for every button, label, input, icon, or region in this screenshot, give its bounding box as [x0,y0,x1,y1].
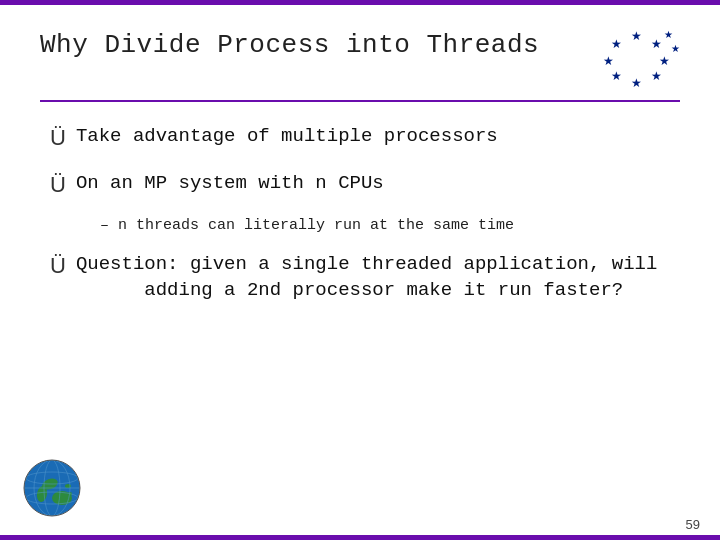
page-number: 59 [686,517,700,532]
bullet-item-2: Ü On an MP system with n CPUs [50,171,680,200]
question-item: Ü Question: given a single threaded appl… [50,252,680,303]
bullet-item-1: Ü Take advantage of multiple processors [50,124,680,153]
svg-text:★: ★ [611,69,622,83]
svg-text:★: ★ [671,43,680,54]
bullet-arrow-2: Ü [50,171,66,200]
svg-text:★: ★ [651,37,662,51]
sub-bullet-text: – n threads can literally run at the sam… [100,217,514,234]
bullet-arrow-1: Ü [50,124,66,153]
content-area: Ü Take advantage of multiple processors … [40,124,680,303]
bullet-text-1: Take advantage of multiple processors [76,124,498,150]
svg-text:★: ★ [659,54,670,68]
globe-icon [20,456,85,521]
sub-bullet-item: – n threads can literally run at the sam… [100,217,680,234]
question-text: Question: given a single threaded applic… [76,252,658,303]
bullet-text-2: On an MP system with n CPUs [76,171,384,197]
slide-title: Why Divide Process into Threads [40,30,539,60]
eu-stars-logo: ★ ★ ★ ★ ★ ★ ★ ★ ★ ★ [600,30,680,90]
globe-container [20,456,85,525]
svg-text:★: ★ [603,54,614,68]
slide-header: Why Divide Process into Threads ★ ★ ★ ★ … [40,30,680,102]
svg-text:★: ★ [631,30,642,43]
svg-text:★: ★ [664,30,673,40]
slide: Why Divide Process into Threads ★ ★ ★ ★ … [0,0,720,540]
bullet-arrow-3: Ü [50,252,66,281]
svg-text:★: ★ [611,37,622,51]
svg-text:★: ★ [651,69,662,83]
svg-text:★: ★ [631,76,642,90]
